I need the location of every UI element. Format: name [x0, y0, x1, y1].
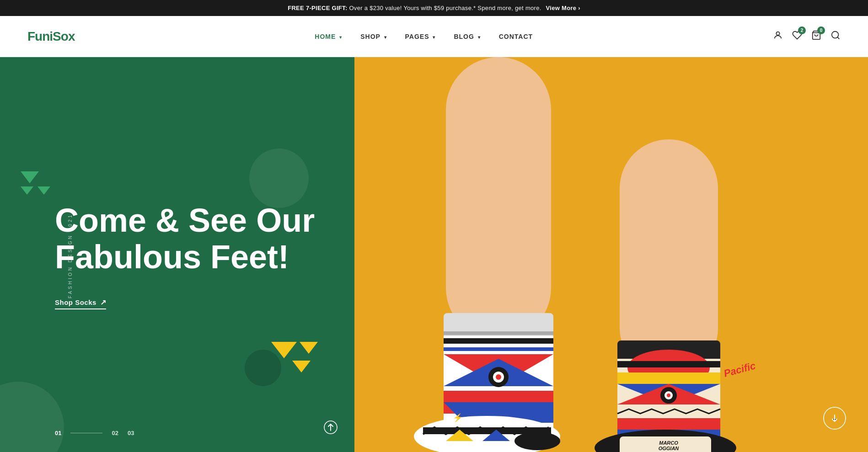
logo-part1: Funi [27, 29, 53, 43]
nav-item-contact[interactable]: CONTACT [499, 32, 533, 41]
svg-text:MARCO: MARCO [659, 440, 678, 446]
slide-num-1[interactable]: 01 [55, 430, 61, 436]
svg-text:OGGIAN: OGGIAN [659, 446, 680, 451]
hero-left-panel: FASHION DESIGN 2021 Come & See Our Fabul… [0, 57, 354, 452]
hero-nav-arrows [321, 421, 341, 441]
hero-section: FASHION DESIGN 2021 Come & See Our Fabul… [0, 57, 868, 452]
yellow-arrow-2 [300, 342, 318, 354]
sock-illustration: MARCO OGGIAN L/XL Pacific ⚡ [354, 57, 868, 452]
green-arrow-1 [21, 171, 39, 183]
shop-socks-label: Shop Socks [55, 298, 96, 306]
green-arrow-3 [38, 186, 50, 195]
svg-rect-9 [444, 338, 553, 344]
nav-item-home[interactable]: HOME ▾ [315, 32, 342, 41]
svg-point-0 [776, 32, 779, 35]
hero-nav-up[interactable] [321, 421, 341, 441]
deco-circle-mid-right [249, 149, 309, 208]
wishlist-icon-button[interactable]: 2 [792, 30, 802, 43]
svg-rect-27 [617, 361, 720, 367]
slide-num-3[interactable]: 03 [128, 430, 134, 436]
nav-link-contact[interactable]: CONTACT [499, 33, 533, 40]
wishlist-badge: 2 [798, 27, 806, 34]
nav-item-shop[interactable]: SHOP ▾ [360, 32, 386, 41]
cart-icon-button[interactable]: 0 [811, 30, 821, 43]
svg-rect-28 [617, 372, 720, 384]
nav-item-blog[interactable]: BLOG ▾ [454, 32, 480, 41]
green-arrows-decoration [21, 171, 50, 195]
chevron-blog: ▾ [478, 35, 481, 40]
chevron-pages: ▾ [433, 35, 435, 40]
announcement-bold: FREE 7-PIECE GIFT: [288, 5, 347, 11]
logo-part2: ox [61, 29, 75, 43]
svg-point-33 [667, 394, 670, 397]
chevron-home: ▾ [339, 35, 342, 40]
svg-point-2 [832, 32, 839, 38]
logo[interactable]: FuniSox [27, 29, 75, 44]
shop-socks-cta[interactable]: Shop Socks ↗ [55, 298, 106, 309]
yellow-arrow-3 [292, 361, 311, 372]
nav-list: HOME ▾ SHOP ▾ PAGES ▾ BLOG ▾ [315, 32, 533, 41]
announcement-text: Over a $230 value! Yours with $59 purcha… [349, 5, 541, 11]
svg-point-22 [514, 432, 560, 450]
announcement-bar: FREE 7-PIECE GIFT: Over a $230 value! Yo… [0, 0, 868, 16]
logo-s: S [53, 29, 61, 43]
deco-circle-bottom-left [0, 382, 64, 452]
nav-link-blog[interactable]: BLOG ▾ [454, 33, 480, 40]
search-icon-button[interactable] [830, 30, 841, 43]
header: FuniSox HOME ▾ SHOP ▾ PAGES ▾ [0, 16, 868, 57]
green-arrow-2 [21, 186, 33, 195]
slide-line [70, 433, 102, 433]
announcement-link[interactable]: View More [546, 5, 580, 11]
cta-arrow-icon: ↗ [100, 298, 107, 307]
svg-rect-5 [446, 57, 551, 340]
svg-rect-4 [354, 57, 868, 452]
slide-num-2[interactable]: 02 [112, 430, 118, 436]
nav-item-pages[interactable]: PAGES ▾ [405, 32, 436, 41]
slide-indicators: 01 02 03 [55, 430, 134, 436]
hero-right-panel: MARCO OGGIAN L/XL Pacific ⚡ [354, 57, 868, 452]
svg-rect-10 [444, 347, 553, 351]
chevron-shop: ▾ [384, 35, 387, 40]
svg-text:⚡: ⚡ [453, 413, 463, 423]
main-nav: HOME ▾ SHOP ▾ PAGES ▾ BLOG ▾ [315, 32, 533, 41]
user-icon-button[interactable] [773, 30, 783, 43]
nav-link-home[interactable]: HOME ▾ [315, 33, 342, 40]
yellow-arrows-decoration [271, 342, 318, 372]
header-icons: 2 0 [773, 30, 841, 43]
nav-link-pages[interactable]: PAGES ▾ [405, 33, 436, 40]
nav-link-shop[interactable]: SHOP ▾ [360, 33, 386, 40]
hero-content: Come & See Our Fabulous Feet! Shop Socks… [55, 202, 354, 309]
hero-title: Come & See Our Fabulous Feet! [55, 202, 354, 275]
svg-rect-7 [444, 331, 553, 335]
cart-badge: 0 [817, 27, 825, 34]
yellow-arrow-1 [271, 342, 297, 358]
svg-point-15 [496, 374, 501, 380]
